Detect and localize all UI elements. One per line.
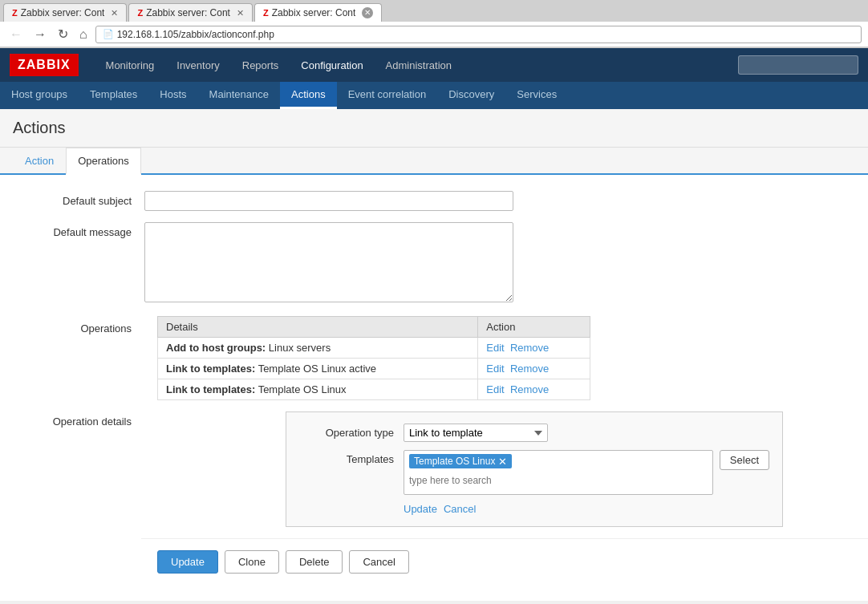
- operations-table: Details Action Add to host groups: Linux…: [157, 316, 590, 400]
- nav-reports[interactable]: Reports: [231, 50, 290, 81]
- back-button[interactable]: ←: [6, 26, 26, 43]
- update-button[interactable]: Update: [157, 550, 218, 574]
- op-rest-3: Template OS Linux: [258, 383, 347, 395]
- sub-nav: Host groups Templates Hosts Maintenance …: [0, 82, 868, 109]
- select-template-button[interactable]: Select: [720, 450, 769, 470]
- url-text: 192.168.1.105/zabbix/actionconf.php: [117, 29, 274, 40]
- default-subject-control: [144, 191, 513, 211]
- remove-template-tag[interactable]: ✕: [498, 456, 507, 467]
- templates-value: Template OS Linux ✕ Select: [404, 450, 769, 495]
- op-details-2: Link to templates: Template OS Linux act…: [158, 359, 478, 379]
- operations-label: Operations: [16, 316, 144, 334]
- default-message-textarea[interactable]: [144, 222, 513, 302]
- subnav-hosts[interactable]: Hosts: [148, 82, 197, 109]
- remove-link-1[interactable]: Remove: [510, 342, 549, 354]
- default-message-label: Default message: [16, 222, 144, 238]
- delete-button[interactable]: Delete: [286, 550, 343, 574]
- templates-input-wrap: Template OS Linux ✕ Select: [404, 450, 769, 495]
- table-row: Link to templates: Template OS Linux act…: [158, 359, 590, 379]
- zabbix-favicon-1: Z: [12, 8, 18, 18]
- op-bold-3: Link to templates:: [166, 383, 255, 395]
- tab-close-3[interactable]: ✕: [362, 7, 373, 18]
- op-action-1: Edit Remove: [478, 338, 590, 359]
- op-bold-2: Link to templates:: [166, 363, 255, 375]
- browser-tab-2[interactable]: Z Zabbix server: Cont ✕: [128, 3, 252, 22]
- templates-label: Templates: [299, 450, 404, 465]
- browser-tab-3[interactable]: Z Zabbix server: Cont ✕: [254, 3, 382, 22]
- default-subject-label: Default subject: [16, 191, 144, 207]
- edit-link-1[interactable]: Edit: [486, 342, 504, 354]
- remove-link-3[interactable]: Remove: [510, 383, 549, 395]
- default-subject-input[interactable]: [144, 191, 513, 211]
- page-content: Actions Action Operations Default subjec…: [0, 109, 868, 601]
- col-details: Details: [158, 317, 478, 338]
- tab-close-1[interactable]: ✕: [111, 8, 118, 18]
- cancel-button[interactable]: Cancel: [349, 550, 408, 574]
- operation-details-label: Operation details: [16, 411, 144, 428]
- tab-close-2[interactable]: ✕: [237, 8, 244, 18]
- browser-chrome: Z Zabbix server: Cont ✕ Z Zabbix server:…: [0, 0, 868, 48]
- form-area: Default subject Default message Operatio…: [0, 175, 868, 601]
- op-rest-1: Linux servers: [269, 342, 331, 354]
- default-message-control: [144, 222, 513, 305]
- table-row: Link to templates: Template OS Linux Edi…: [158, 379, 590, 400]
- subnav-discovery[interactable]: Discovery: [437, 82, 505, 109]
- url-bar[interactable]: 📄 192.168.1.105/zabbix/actionconf.php: [95, 26, 862, 43]
- op-cancel-link[interactable]: Cancel: [444, 503, 476, 515]
- template-search-input[interactable]: [409, 473, 708, 488]
- subnav-actions[interactable]: Actions: [280, 82, 337, 109]
- templates-tag-input[interactable]: Template OS Linux ✕: [404, 450, 713, 495]
- operation-type-label: Operation type: [299, 424, 404, 439]
- tab-operations[interactable]: Operations: [66, 148, 141, 175]
- page-title: Actions: [0, 109, 868, 148]
- tab-title-2: Zabbix server: Cont: [146, 7, 230, 18]
- operation-details-section: Operation details Operation type Link to…: [0, 411, 868, 527]
- forward-button[interactable]: →: [30, 26, 50, 43]
- operations-section: Operations Details Action Add to host gr…: [0, 316, 868, 400]
- remove-link-2[interactable]: Remove: [510, 363, 549, 375]
- nav-administration[interactable]: Administration: [375, 50, 463, 81]
- browser-tabs: Z Zabbix server: Cont ✕ Z Zabbix server:…: [0, 0, 868, 22]
- template-tag-1: Template OS Linux ✕: [409, 454, 512, 468]
- subnav-templates[interactable]: Templates: [79, 82, 148, 109]
- subnav-hostgroups[interactable]: Host groups: [0, 82, 79, 109]
- nav-inventory[interactable]: Inventory: [165, 50, 230, 81]
- op-action-2: Edit Remove: [478, 359, 590, 379]
- operation-type-value: Link to template: [404, 424, 769, 442]
- form-tabs: Action Operations: [0, 148, 868, 175]
- tab-title-1: Zabbix server: Cont: [21, 7, 105, 18]
- zabbix-logo: ZABBIX: [10, 54, 79, 76]
- lock-icon: 📄: [103, 29, 114, 39]
- subnav-services[interactable]: Services: [505, 82, 568, 109]
- browser-tab-1[interactable]: Z Zabbix server: Cont ✕: [3, 3, 127, 22]
- op-rest-2: Template OS Linux active: [258, 363, 376, 375]
- main-nav: Monitoring Inventory Reports Configurati…: [95, 50, 463, 81]
- zabbix-favicon-2: Z: [137, 8, 143, 18]
- template-tag-label: Template OS Linux: [414, 456, 495, 467]
- tab-title-3: Zabbix server: Cont: [272, 7, 356, 18]
- browser-address-bar: ← → ↻ ⌂ 📄 192.168.1.105/zabbix/actioncon…: [0, 22, 868, 47]
- operations-table-wrap: Details Action Add to host groups: Linux…: [157, 316, 852, 400]
- search-input[interactable]: [738, 55, 858, 75]
- table-row: Add to host groups: Linux servers Edit R…: [158, 338, 590, 359]
- op-details-1: Add to host groups: Linux servers: [158, 338, 478, 359]
- subnav-maintenance[interactable]: Maintenance: [198, 82, 280, 109]
- edit-link-2[interactable]: Edit: [486, 363, 504, 375]
- op-detail-actions: Update Cancel: [404, 503, 769, 515]
- app-header: ZABBIX Monitoring Inventory Reports Conf…: [0, 48, 868, 82]
- tab-action[interactable]: Action: [13, 148, 66, 175]
- reload-button[interactable]: ↻: [55, 25, 71, 43]
- operation-type-select[interactable]: Link to template: [404, 424, 548, 442]
- subnav-eventcorrelation[interactable]: Event correlation: [337, 82, 438, 109]
- op-action-3: Edit Remove: [478, 379, 590, 400]
- nav-configuration[interactable]: Configuration: [290, 50, 374, 81]
- edit-link-3[interactable]: Edit: [486, 383, 504, 395]
- op-update-link[interactable]: Update: [404, 503, 437, 515]
- form-buttons: Update Clone Delete Cancel: [141, 538, 868, 585]
- home-button[interactable]: ⌂: [76, 26, 91, 43]
- op-bold-1: Add to host groups:: [166, 342, 266, 354]
- nav-monitoring[interactable]: Monitoring: [95, 50, 166, 81]
- operation-details-box: Operation type Link to template Template…: [286, 411, 783, 527]
- default-subject-row: Default subject: [0, 191, 868, 211]
- clone-button[interactable]: Clone: [225, 550, 279, 574]
